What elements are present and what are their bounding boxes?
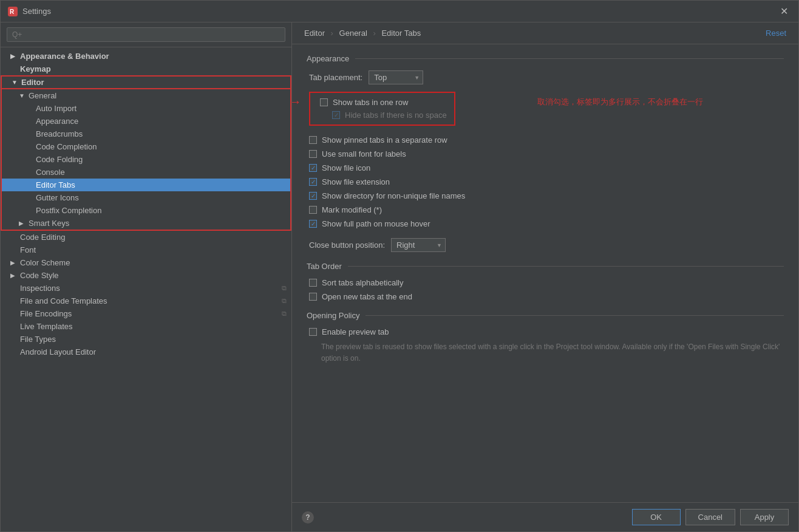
open-new-tabs-end-row: Open new tabs at the end: [307, 292, 784, 301]
arrow-spacer: [26, 182, 33, 188]
use-small-font-label: Use small font for labels: [322, 149, 406, 159]
show-pinned-tabs-checkbox[interactable]: [309, 136, 317, 144]
sort-tabs-alpha-checkbox[interactable]: [309, 279, 317, 287]
enable-preview-tab-row: Enable preview tab: [307, 327, 784, 336]
arrow-spacer: [10, 323, 18, 330]
show-tabs-one-row-checkbox[interactable]: [320, 98, 328, 106]
window-title: Settings: [22, 7, 777, 16]
arrow-spacer: [10, 310, 18, 317]
sidebar-item-code-completion[interactable]: Code Completion: [1, 140, 291, 153]
show-tabs-one-row-row: Show tabs in one row: [318, 98, 447, 107]
open-new-tabs-end-label: Open new tabs at the end: [322, 292, 412, 301]
close-button-dropdown-wrapper: Right Left None: [391, 238, 446, 252]
sidebar-item-auto-import[interactable]: Auto Import: [1, 102, 291, 115]
sidebar-item-live-templates[interactable]: Live Templates: [1, 320, 291, 333]
show-directory-label: Show directory for non-unique file names: [322, 191, 465, 200]
hide-tabs-no-space-checkbox[interactable]: [332, 111, 340, 119]
right-panel: Editor › General › Editor Tabs Reset App…: [292, 22, 798, 531]
show-file-extension-checkbox[interactable]: [309, 178, 317, 186]
show-full-path-label: Show full path on mouse hover: [322, 219, 430, 228]
sidebar-item-smart-keys[interactable]: ▶ Smart Keys: [1, 217, 291, 231]
sidebar-item-breadcrumbs[interactable]: Breadcrumbs: [1, 128, 291, 140]
use-small-font-checkbox[interactable]: [309, 150, 317, 158]
settings-content: Appearance Tab placement: Top Bottom Lef…: [292, 44, 798, 502]
sidebar-item-inspections[interactable]: Inspections ⧉: [1, 282, 291, 295]
search-input[interactable]: [7, 27, 285, 42]
use-small-font-row: Use small font for labels: [307, 149, 784, 159]
sidebar-item-font[interactable]: Font: [1, 244, 291, 256]
sidebar-item-gutter-icons[interactable]: Gutter Icons: [1, 191, 291, 204]
show-full-path-row: Show full path on mouse hover: [307, 219, 784, 228]
sidebar-item-console[interactable]: Console: [1, 166, 291, 179]
tab-placement-dropdown-wrapper: Top Bottom Left Right None: [369, 70, 423, 84]
arrow-spacer: [26, 105, 33, 112]
show-file-icon-label: Show file icon: [322, 163, 370, 172]
cancel-button[interactable]: Cancel: [685, 509, 735, 525]
sidebar-tree: ▶ Appearance & Behavior Keymap ▼ Editor …: [1, 47, 291, 531]
close-button-row: Close button position: Right Left None: [307, 238, 784, 252]
arrow-spacer: [26, 207, 33, 214]
sidebar: ▶ Appearance & Behavior Keymap ▼ Editor …: [1, 22, 292, 531]
opening-policy-section-title: Opening Policy: [307, 311, 784, 320]
sidebar-item-file-code-templates[interactable]: File and Code Templates ⧉: [1, 295, 291, 307]
annotation-text: 取消勾选，标签即为多行展示，不会折叠在一行: [537, 97, 703, 107]
sidebar-item-appearance-behavior[interactable]: ▶ Appearance & Behavior: [1, 50, 291, 63]
right-header: Editor › General › Editor Tabs Reset: [292, 22, 798, 44]
search-bar: [1, 22, 291, 47]
sidebar-item-general[interactable]: ▼ General: [1, 89, 291, 102]
close-button[interactable]: ✕: [777, 4, 791, 19]
arrow-icon: ▶: [10, 259, 18, 266]
show-file-icon-row: Show file icon: [307, 163, 784, 172]
tab-order-section-title: Tab Order: [307, 262, 784, 271]
show-file-extension-row: Show file extension: [307, 177, 784, 186]
annotation-box: Show tabs in one row Hide tabs if there …: [309, 92, 455, 126]
mark-modified-row: Mark modified (*): [307, 205, 784, 214]
mark-modified-label: Mark modified (*): [322, 205, 382, 214]
show-full-path-checkbox[interactable]: [309, 220, 317, 228]
apply-button[interactable]: Apply: [740, 509, 789, 525]
enable-preview-tab-checkbox[interactable]: [309, 328, 317, 336]
hide-tabs-no-space-label: Hide tabs if there is no space: [345, 111, 447, 120]
arrow-icon: ▶: [19, 220, 26, 227]
help-button[interactable]: ?: [302, 511, 314, 523]
hide-tabs-no-space-row: Hide tabs if there is no space: [318, 111, 447, 120]
reset-link[interactable]: Reset: [766, 29, 786, 38]
svg-text:R: R: [10, 9, 15, 15]
arrow-spacer: [26, 169, 33, 176]
arrow-spacer: [10, 247, 18, 253]
bottom-left: ?: [302, 511, 627, 523]
settings-window: R Settings ✕ ▶ Appearance & Behavior Key…: [0, 0, 799, 532]
arrow-icon: ▶: [10, 272, 18, 279]
sidebar-item-editor-tabs[interactable]: Editor Tabs: [1, 179, 291, 191]
sidebar-item-editor[interactable]: ▼ Editor: [1, 75, 291, 89]
sidebar-item-postfix-completion[interactable]: Postfix Completion: [1, 204, 291, 217]
sidebar-item-appearance[interactable]: Appearance: [1, 115, 291, 128]
sidebar-item-color-scheme[interactable]: ▶ Color Scheme: [1, 256, 291, 269]
show-directory-checkbox[interactable]: [309, 192, 317, 200]
arrow-spacer: [26, 131, 33, 137]
open-new-tabs-end-checkbox[interactable]: [309, 293, 317, 301]
sidebar-item-code-style[interactable]: ▶ Code Style: [1, 269, 291, 282]
arrow-spacer: [10, 336, 18, 343]
arrow-spacer: [26, 156, 33, 163]
show-file-icon-checkbox[interactable]: [309, 164, 317, 172]
main-content: ▶ Appearance & Behavior Keymap ▼ Editor …: [1, 22, 798, 531]
copy-icon: ⧉: [282, 284, 287, 292]
sidebar-item-file-types[interactable]: File Types: [1, 333, 291, 346]
arrow-spacer: [10, 285, 18, 292]
sidebar-item-code-folding[interactable]: Code Folding: [1, 153, 291, 166]
arrow-icon: ▶: [10, 53, 18, 60]
arrow-spacer: [26, 143, 33, 150]
mark-modified-checkbox[interactable]: [309, 206, 317, 214]
copy-icon: ⧉: [282, 310, 287, 318]
ok-button[interactable]: OK: [632, 509, 681, 525]
sidebar-item-keymap[interactable]: Keymap: [1, 63, 291, 75]
sidebar-item-file-encodings[interactable]: File Encodings ⧉: [1, 307, 291, 320]
close-button-dropdown[interactable]: Right Left None: [391, 238, 446, 252]
sidebar-item-android-layout-editor[interactable]: Android Layout Editor: [1, 346, 291, 358]
show-pinned-tabs-label: Show pinned tabs in a separate row: [322, 135, 447, 145]
app-icon: R: [8, 7, 18, 16]
sidebar-item-code-editing[interactable]: Code Editing: [1, 231, 291, 244]
tab-placement-dropdown[interactable]: Top Bottom Left Right None: [369, 70, 423, 84]
show-file-extension-label: Show file extension: [322, 177, 390, 186]
